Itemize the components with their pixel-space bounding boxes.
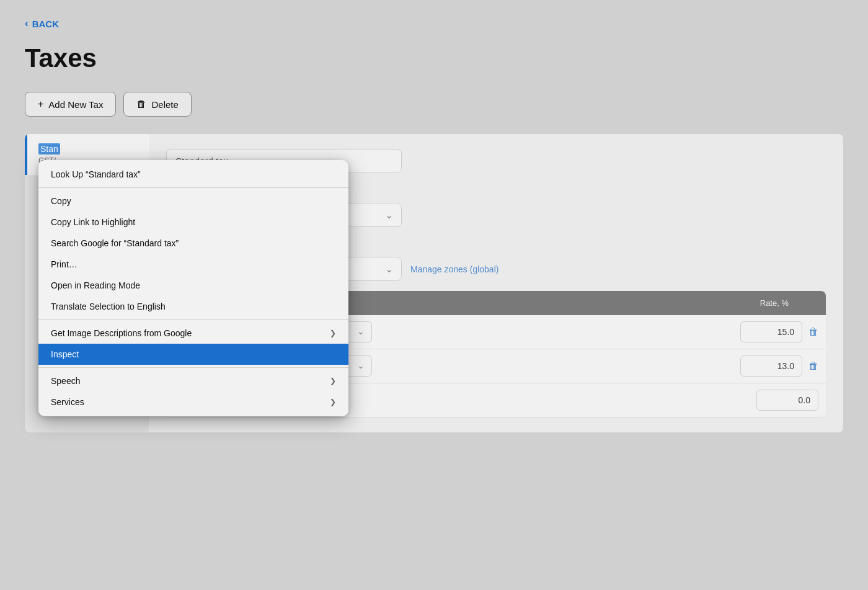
ctx-item-inspect-label: Inspect <box>51 349 79 359</box>
ctx-item-image-desc-arrow-icon: ❯ <box>330 329 336 337</box>
rate-input-1[interactable] <box>740 321 802 342</box>
delete-button[interactable]: 🗑 Delete <box>123 92 191 117</box>
page: ‹ BACK Taxes + Add New Tax 🗑 Delete Stan… <box>0 0 868 590</box>
tax-item-name: Stan <box>38 144 138 154</box>
ctx-item-search-google-label: Search Google for “Standard tax” <box>51 238 179 248</box>
trash-btn-icon: 🗑 <box>136 99 146 110</box>
ctx-separator-2 <box>38 320 348 320</box>
add-new-tax-button[interactable]: + Add New Tax <box>25 92 116 117</box>
page-title: Taxes <box>25 43 843 73</box>
ctx-item-copy-label: Copy <box>51 196 71 206</box>
ctx-item-services-arrow-icon: ❯ <box>330 398 336 406</box>
other-zones-rate-input[interactable] <box>756 390 818 411</box>
ctx-item-inspect[interactable]: Inspect <box>38 344 348 365</box>
ctx-item-reading-mode-label: Open in Reading Mode <box>51 280 140 290</box>
back-chevron-icon: ‹ <box>25 17 29 30</box>
ctx-item-print[interactable]: Print… <box>38 254 348 275</box>
ctx-item-print-label: Print… <box>51 259 78 269</box>
ctx-separator-1 <box>38 187 348 188</box>
ctx-item-copy-link[interactable]: Copy Link to Highlight <box>38 212 348 233</box>
other-zones-rate-cell <box>626 383 826 418</box>
rate-col-header: Rate, % <box>626 291 826 315</box>
back-label: BACK <box>32 19 59 29</box>
ctx-item-services[interactable]: Services ❯ <box>38 391 348 413</box>
plus-icon: + <box>38 99 43 110</box>
ctx-item-services-label: Services <box>51 397 84 407</box>
ctx-item-copy-link-label: Copy Link to Highlight <box>51 217 135 227</box>
manage-zones-link[interactable]: Manage zones (global) <box>410 264 498 274</box>
ctx-item-copy[interactable]: Copy <box>38 190 348 212</box>
ctx-item-image-desc[interactable]: Get Image Descriptions from Google ❯ <box>38 323 348 344</box>
rate-input-2[interactable] <box>740 355 802 377</box>
ctx-item-translate-label: Translate Selection to English <box>51 302 166 311</box>
tax-item-name-highlight: Stan <box>38 143 60 154</box>
ctx-separator-3 <box>38 367 348 368</box>
back-link[interactable]: ‹ BACK <box>25 17 843 30</box>
ctx-item-image-desc-label: Get Image Descriptions from Google <box>51 328 192 338</box>
add-new-tax-label: Add New Tax <box>48 99 103 110</box>
delete-label: Delete <box>151 99 178 110</box>
rate-cell: 🗑 <box>626 349 826 383</box>
delete-zone-2-icon[interactable]: 🗑 <box>808 360 818 372</box>
ctx-item-search-google[interactable]: Search Google for “Standard tax” <box>38 233 348 254</box>
ctx-item-translate[interactable]: Translate Selection to English <box>38 296 348 317</box>
ctx-item-speech[interactable]: Speech ❯ <box>38 370 348 391</box>
toolbar: + Add New Tax 🗑 Delete <box>25 92 843 117</box>
rate-cell: 🗑 <box>626 315 826 349</box>
ctx-item-lookup-label: Look Up “Standard tax” <box>51 169 141 179</box>
delete-zone-1-icon[interactable]: 🗑 <box>808 326 818 337</box>
ctx-item-speech-arrow-icon: ❯ <box>330 377 336 385</box>
ctx-item-lookup[interactable]: Look Up “Standard tax” <box>38 164 348 185</box>
ctx-item-reading-mode[interactable]: Open in Reading Mode <box>38 275 348 296</box>
context-menu: Look Up “Standard tax” Copy Copy Link to… <box>38 160 348 416</box>
ctx-item-speech-label: Speech <box>51 376 80 386</box>
